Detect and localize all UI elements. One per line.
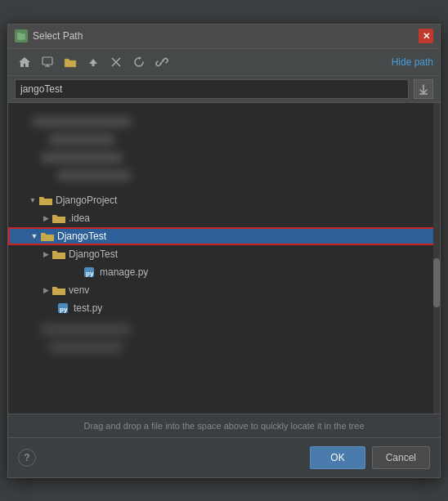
list-item[interactable]: ▼ DjangoTest	[8, 227, 440, 245]
cross-button[interactable]	[106, 53, 126, 71]
footer-left: ?	[18, 449, 36, 467]
select-path-dialog: Select Path ✕	[7, 24, 441, 478]
hide-path-link[interactable]: Hide path	[392, 56, 433, 68]
ok-button[interactable]: OK	[310, 446, 365, 469]
expand-arrow-icon: ▶	[41, 213, 51, 223]
python-file-icon: py	[57, 302, 70, 314]
link-button[interactable]	[152, 53, 172, 71]
item-label: venv	[69, 284, 89, 296]
dialog-icon	[15, 29, 28, 42]
list-item[interactable]: py test.py	[8, 299, 440, 317]
svg-text:py: py	[86, 270, 94, 277]
folder-icon	[52, 212, 65, 224]
monitor-button[interactable]	[38, 53, 57, 71]
item-label: .idea	[69, 212, 90, 224]
scrollbar-thumb[interactable]	[433, 258, 440, 307]
path-input[interactable]	[15, 79, 409, 99]
title-bar: Select Path ✕	[8, 25, 440, 49]
footer-right: OK Cancel	[310, 446, 430, 469]
item-label: DjangoTest	[69, 248, 118, 260]
item-label: DjangoProject	[56, 195, 117, 206]
list-item[interactable]: py manage.py	[34, 263, 440, 281]
list-item[interactable]: ▶ venv	[34, 281, 440, 299]
list-item[interactable]: ▶ DjangoTest	[34, 245, 440, 263]
path-bar	[8, 76, 440, 103]
expand-arrow-icon: ▼	[29, 231, 39, 241]
folder-open-button[interactable]	[60, 53, 80, 71]
svg-rect-2	[43, 57, 52, 65]
refresh-button[interactable]	[129, 53, 149, 71]
item-label: manage.py	[100, 266, 148, 278]
scrollbar[interactable]	[433, 103, 440, 414]
folder-icon	[52, 284, 65, 296]
title-bar-left: Select Path	[15, 29, 83, 42]
tree-area[interactable]: ▼ DjangoProject ▶ .idea ▼	[8, 103, 440, 414]
toolbar-left	[15, 53, 172, 71]
item-label: DjangoTest	[57, 230, 106, 242]
python-file-icon: py	[83, 266, 96, 278]
path-download-button[interactable]	[414, 79, 433, 99]
svg-text:py: py	[60, 306, 68, 313]
expand-arrow-icon: ▼	[28, 195, 38, 205]
home-button[interactable]	[15, 53, 34, 71]
list-item[interactable]: ▼ DjangoProject	[21, 191, 440, 209]
expand-arrow-icon: ▶	[41, 249, 51, 259]
blurred-bottom	[8, 317, 440, 360]
drag-hint: Drag and drop a file into the space abov…	[8, 414, 440, 437]
svg-rect-5	[92, 63, 95, 66]
item-label: test.py	[74, 302, 102, 314]
up-button[interactable]	[83, 53, 103, 71]
expand-arrow-icon: ▶	[41, 285, 51, 295]
toolbar: Hide path	[8, 49, 440, 76]
close-button[interactable]: ✕	[419, 29, 433, 43]
folder-icon	[41, 230, 54, 242]
svg-rect-1	[17, 33, 21, 35]
drag-hint-text: Drag and drop a file into the space abov…	[83, 421, 364, 431]
cancel-button[interactable]: Cancel	[372, 446, 430, 469]
dialog-footer: ? OK Cancel	[8, 437, 440, 477]
folder-icon	[39, 195, 52, 206]
blurred-top	[8, 106, 440, 191]
help-button[interactable]: ?	[18, 449, 36, 467]
list-item[interactable]: ▶ .idea	[34, 209, 440, 227]
folder-icon	[52, 248, 65, 260]
dialog-title: Select Path	[33, 30, 83, 42]
